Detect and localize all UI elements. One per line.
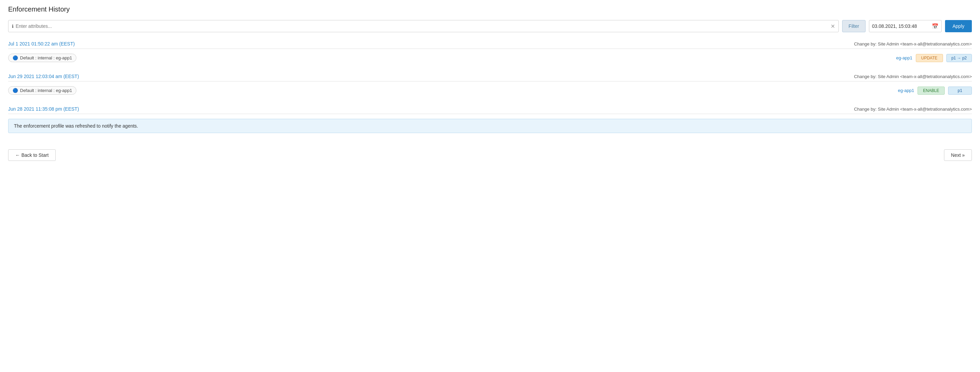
page-wrapper: Enforcement History ℹ ✕ Filter 📅 Apply J… [0,0,980,372]
history-entry: Jun 29 2021 12:03:04 am (EEST)Change by:… [8,70,972,102]
calendar-icon[interactable]: 📅 [932,23,939,30]
entry-date: Jul 1 2021 01:50:22 am (EEST) [8,41,75,46]
pagination: ← Back to Start Next » [8,146,972,161]
app-link[interactable]: eg-app1 [896,55,912,60]
scope-badge: 🔵Default : internal : eg-app1 [8,54,76,62]
apply-button[interactable]: Apply [945,20,972,32]
entry-body: The enforcement profile was refreshed to… [8,114,972,138]
info-icon: ℹ [12,24,14,29]
action-tag: UPDATE [916,54,943,62]
action-tag: ENABLE [918,87,945,95]
entry-header: Jul 1 2021 01:50:22 am (EEST)Change by: … [8,38,972,49]
entry-change-by: Change by: Site Admin <team-x-all@tetrat… [854,41,972,46]
entry-change-by: Change by: Site Admin <team-x-all@tetrat… [854,107,972,112]
scope-badge: 🔵Default : internal : eg-app1 [8,86,76,95]
entry-right: eg-app1UPDATEp1 → p2 [896,54,972,62]
scope-icon: 🔵 [13,55,18,60]
version-tag: p1 → p2 [947,54,972,62]
entry-right: eg-app1ENABLEp1 [898,87,972,95]
entry-row: 🔵Default : internal : eg-app1eg-app1UPDA… [8,52,972,64]
date-input-wrap: 📅 [869,20,942,32]
entry-change-by: Change by: Site Admin <team-x-all@tetrat… [854,74,972,79]
entry-header: Jun 28 2021 11:35:08 pm (EEST)Change by:… [8,103,972,114]
history-entry: Jun 28 2021 11:35:08 pm (EEST)Change by:… [8,103,972,138]
version-tag: p1 [948,87,972,95]
scope-icon: 🔵 [13,88,18,93]
filter-input[interactable] [16,24,830,29]
clear-icon[interactable]: ✕ [830,23,835,30]
page-title: Enforcement History [8,5,972,13]
entry-body: 🔵Default : internal : eg-app1eg-app1ENAB… [8,81,972,102]
entry-date: Jun 28 2021 11:35:08 pm (EEST) [8,106,79,112]
filter-button[interactable]: Filter [842,20,865,32]
entry-header: Jun 29 2021 12:03:04 am (EEST)Change by:… [8,70,972,81]
entry-row: 🔵Default : internal : eg-app1eg-app1ENAB… [8,85,972,96]
entry-date: Jun 29 2021 12:03:04 am (EEST) [8,74,79,79]
filter-input-wrap: ℹ ✕ [8,20,839,32]
top-controls: ℹ ✕ Filter 📅 Apply [8,20,972,32]
entry-body: 🔵Default : internal : eg-app1eg-app1UPDA… [8,49,972,69]
info-box: The enforcement profile was refreshed to… [8,119,972,133]
history-entry: Jul 1 2021 01:50:22 am (EEST)Change by: … [8,38,972,69]
history-section: Jul 1 2021 01:50:22 am (EEST)Change by: … [8,38,972,138]
app-link[interactable]: eg-app1 [898,88,914,93]
next-button[interactable]: Next » [944,149,972,161]
back-to-start-button[interactable]: ← Back to Start [8,149,56,161]
date-input[interactable] [872,24,930,29]
